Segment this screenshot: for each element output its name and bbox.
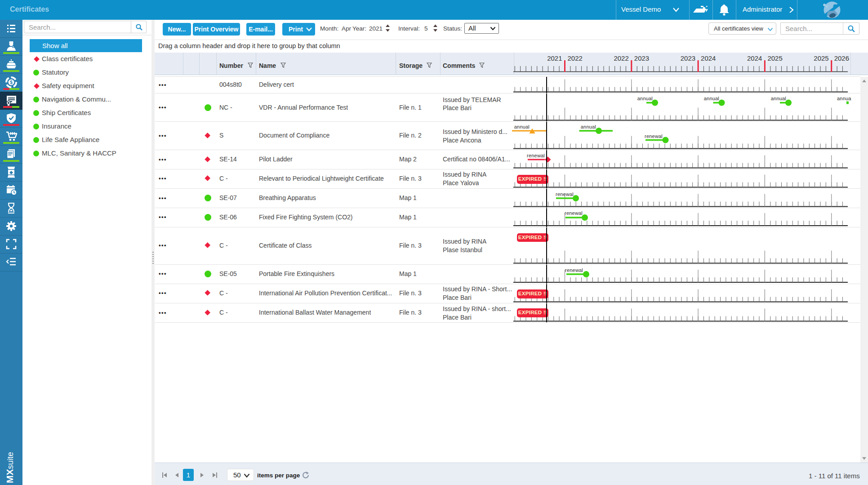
svg-text:2021: 2021 — [547, 54, 562, 62]
svg-text:2023: 2023 — [681, 54, 695, 62]
svg-text:2024: 2024 — [701, 54, 716, 62]
svg-text:2026: 2026 — [834, 54, 849, 62]
svg-text:2025: 2025 — [767, 54, 782, 62]
svg-text:2023: 2023 — [634, 54, 649, 62]
svg-text:2024: 2024 — [747, 54, 762, 62]
svg-text:2022: 2022 — [568, 54, 583, 62]
svg-text:2025: 2025 — [814, 54, 828, 62]
svg-text:2022: 2022 — [614, 54, 628, 62]
